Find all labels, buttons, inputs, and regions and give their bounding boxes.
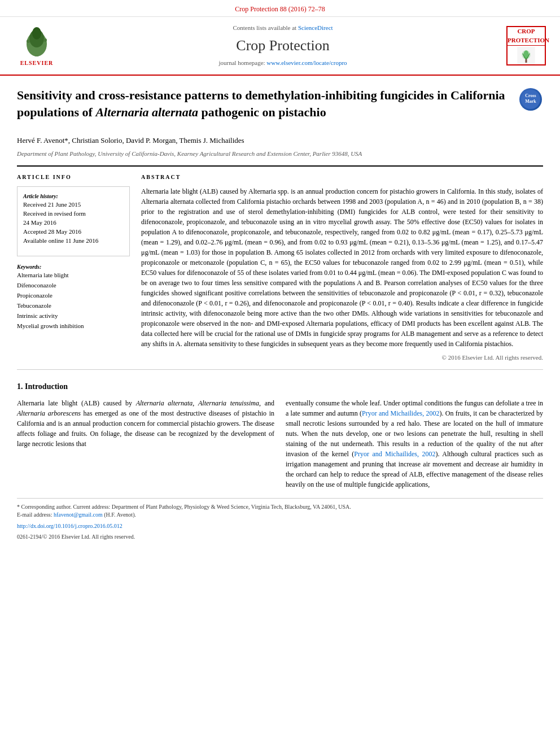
- article-content: Sensitivity and cross-resistance pattern…: [0, 76, 560, 553]
- keywords-section: Keywords: Alternaria late blight Difenoc…: [17, 263, 130, 331]
- accepted-date: Accepted 28 May 2016: [23, 228, 124, 237]
- crop-logo-icon: [515, 47, 537, 64]
- svg-point-5: [43, 38, 47, 42]
- corresponding-author-note: * Corresponding author. Current address:…: [17, 503, 543, 512]
- sciencedirect-link[interactable]: ScienceDirect: [298, 24, 333, 31]
- intro-title: Introduction: [25, 382, 68, 391]
- article-title-text: Sensitivity and cross-resistance pattern…: [17, 87, 509, 127]
- email-note: (H.F. Avenot).: [104, 512, 136, 518]
- intro-right-text: eventually consume the whole leaf. Under…: [286, 398, 543, 490]
- footnote-section: * Corresponding author. Current address:…: [17, 498, 543, 519]
- abstract-text: Alternaria late blight (ALB) caused by A…: [141, 186, 543, 349]
- doi-link[interactable]: http://dx.doi.org/10.1016/j.cropro.2016.…: [17, 523, 123, 529]
- keyword-3: Propiconazole: [17, 291, 130, 300]
- intro-left-text: Alternaria late blight (ALB) caused by A…: [17, 398, 274, 449]
- article-title-section: Sensitivity and cross-resistance pattern…: [17, 87, 543, 127]
- intro-two-col: Alternaria late blight (ALB) caused by A…: [17, 398, 543, 490]
- intro-number: 1.: [17, 382, 23, 391]
- homepage-link[interactable]: www.elsevier.com/locate/cropro: [266, 59, 347, 66]
- svg-point-3: [32, 27, 41, 40]
- keyword-4: Tebuconazole: [17, 302, 130, 311]
- copyright-line: © 2016 Elsevier Ltd. All rights reserved…: [141, 353, 543, 362]
- affiliation-line: Department of Plant Pathology, Universit…: [17, 150, 543, 159]
- right-column: ABSTRACT Alternaria late blight (ALB) ca…: [141, 173, 543, 362]
- svg-text:Cross: Cross: [525, 93, 536, 98]
- abstract-heading: ABSTRACT: [141, 173, 543, 182]
- keyword-1: Alternaria late blight: [17, 271, 130, 280]
- author-email-link[interactable]: hfavenot@gmail.com: [54, 512, 103, 518]
- svg-point-8: [523, 50, 528, 59]
- keyword-2: Difenoconazole: [17, 281, 130, 290]
- journal-reference: Crop Protection 88 (2016) 72–78: [235, 5, 325, 13]
- svg-point-4: [27, 40, 30, 43]
- authors-text: Hervé F. Avenot*, Christian Solorio, Dav…: [17, 136, 244, 145]
- divider-after-affiliation: [17, 165, 543, 167]
- intro-right-col: eventually consume the whole leaf. Under…: [286, 398, 543, 490]
- keywords-label: Keywords:: [17, 263, 130, 272]
- left-column: ARTICLE INFO Article history: Received 2…: [17, 173, 130, 362]
- article-info-heading: ARTICLE INFO: [17, 173, 130, 182]
- introduction-section: 1. Introduction Alternaria late blight (…: [17, 381, 543, 490]
- article-main-title: Sensitivity and cross-resistance pattern…: [17, 87, 509, 120]
- email-label: E-mail address:: [17, 512, 52, 518]
- page-wrapper: Crop Protection 88 (2016) 72–78 ELSEVIER…: [0, 0, 560, 553]
- top-bar: Crop Protection 88 (2016) 72–78: [0, 0, 560, 17]
- intro-left-col: Alternaria late blight (ALB) caused by A…: [17, 398, 274, 490]
- revised-label: Received in revised form: [23, 209, 124, 219]
- crop-logo-box: CROPPROTECTION: [504, 26, 549, 65]
- article-info-box: Article history: Received 21 June 2015 R…: [17, 186, 130, 256]
- homepage-prefix: journal homepage:: [218, 59, 265, 66]
- svg-rect-9: [525, 59, 527, 63]
- issn-line: 0261-2194/© 2016 Elsevier Ltd. All right…: [17, 533, 543, 541]
- keyword-6: Mycelial growth inhibition: [17, 322, 130, 331]
- crossmark-icon: Cross Mark: [519, 88, 542, 111]
- revised-date: 24 May 2016: [23, 219, 124, 228]
- sciencedirect-line: Contents lists available at ScienceDirec…: [68, 24, 498, 33]
- authors-line: Hervé F. Avenot*, Christian Solorio, Dav…: [17, 136, 543, 146]
- keywords-list: Alternaria late blight Difenoconazole Pr…: [17, 271, 130, 331]
- elsevier-logo: ELSEVIER: [11, 24, 62, 68]
- article-info-abstract: ARTICLE INFO Article history: Received 2…: [17, 173, 543, 362]
- journal-header: ELSEVIER Contents lists available at Sci…: [0, 17, 560, 76]
- journal-homepage-line: journal homepage: www.elsevier.com/locat…: [68, 59, 498, 68]
- article-history-group: Article history: Received 21 June 2015 R…: [23, 193, 124, 246]
- available-date: Available online 11 June 2016: [23, 237, 124, 246]
- history-label: Article history:: [23, 193, 124, 201]
- ref-link-2[interactable]: Pryor and Michailides, 2002: [354, 450, 435, 458]
- journal-title-header: Crop Protection: [68, 35, 498, 56]
- elsevier-tree-icon: [17, 24, 56, 58]
- ref-link-1[interactable]: Pryor and Michailides, 2002: [362, 409, 439, 417]
- contents-label: Contents lists available at: [233, 24, 296, 31]
- intro-heading: 1. Introduction: [17, 381, 543, 392]
- divider-after-abstract: [17, 369, 543, 370]
- journal-center: Contents lists available at ScienceDirec…: [68, 24, 498, 68]
- svg-text:Mark: Mark: [525, 99, 536, 104]
- keyword-5: Intrinsic activity: [17, 312, 130, 321]
- email-line: E-mail address: hfavenot@gmail.com (H.F.…: [17, 511, 543, 519]
- doi-line: http://dx.doi.org/10.1016/j.cropro.2016.…: [17, 522, 543, 531]
- elsevier-brand-text: ELSEVIER: [20, 59, 54, 68]
- crop-logo: CROPPROTECTION: [506, 26, 546, 65]
- received-date: Received 21 June 2015: [23, 200, 124, 209]
- crossmark-badge: Cross Mark: [518, 87, 543, 112]
